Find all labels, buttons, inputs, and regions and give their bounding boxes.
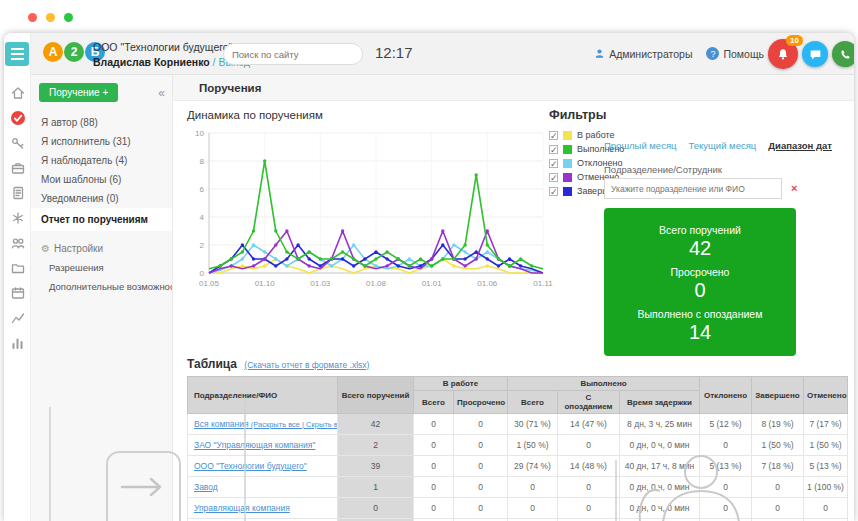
minimize-icon[interactable] [46,13,55,22]
svg-text:8: 8 [200,157,205,166]
calendar-icon[interactable] [4,280,31,305]
document-icon[interactable] [4,180,31,205]
col-done[interactable]: Выполнено [508,377,700,391]
sidebar-item[interactable]: Мои шаблоны (6) [31,170,172,189]
col-total[interactable]: Всего поручений [338,377,414,414]
legend-color-swatch [563,131,572,140]
svg-text:01.03: 01.03 [310,279,331,288]
table-cell: 0 [700,498,752,519]
table-cell: 7 (17 %) [804,414,848,435]
users-icon[interactable] [4,230,31,255]
sidebar-item[interactable]: Разрешения [31,258,172,277]
table-cell: 1 (50 %) [508,435,558,456]
col-delay-time[interactable]: Время задержки [620,391,700,414]
app-header: А2Б ООО "Технологии будущего" Владислав … [31,33,854,75]
col-rejected[interactable]: Отклонено [700,377,752,414]
key-icon[interactable] [4,130,31,155]
logo-letter: 2 [64,42,84,62]
table-row: Управляющая компания000000 дн, 0 ч, 0 ми… [188,498,848,519]
col-done-total[interactable]: Всего [508,391,558,414]
sidebar-item[interactable]: ⚙Настройки [31,239,172,258]
expand-collapse-links[interactable]: (Раскрыть все | Скрыть все) [249,420,338,429]
col-inwork-total[interactable]: Всего [414,391,454,414]
gear-icon: ⚙ [41,243,50,254]
sidebar-item[interactable]: Отчет по поручениям [31,208,172,231]
maximize-icon[interactable] [64,13,73,22]
col-department[interactable]: Подразделение/ФИО [188,377,338,414]
department-link[interactable]: Управляющая компания [194,503,290,513]
svg-text:01.06: 01.06 [477,279,498,288]
close-icon[interactable] [28,13,37,22]
download-xlsx-link[interactable]: (Скачать отчет в формате .xlsx) [244,360,369,370]
asterisk-icon[interactable] [4,205,31,230]
stat-value: 42 [610,236,790,260]
svg-text:10: 10 [195,129,204,138]
department-link[interactable]: ЗАО "Управляющая компания" [194,440,315,450]
svg-text:01.10: 01.10 [255,279,276,288]
new-assignment-button[interactable]: Поручение + [39,83,118,102]
logo-letter: А [43,42,63,62]
sidebar-item[interactable]: Я автор (88) [31,113,172,132]
folder-icon[interactable] [4,255,31,280]
table-cell: 0 [558,477,620,498]
table-cell: 0 [558,498,620,519]
legend-checkbox[interactable]: ✓ [549,131,558,140]
notifications-fab[interactable]: 10 [768,39,798,69]
legend-item[interactable]: ✓В работе [549,130,624,140]
table-cell: 5 (12 %) [700,414,752,435]
table-row: ЗАО "Управляющая компания"2001 (50 %)00 … [188,435,848,456]
period-link[interactable]: Текущий месяц [688,140,756,151]
period-link[interactable]: Диапазон дат [768,140,832,151]
table-cell: 0 [454,477,508,498]
chat-fab[interactable] [802,41,828,67]
department-link[interactable]: ООО "Технологии будущего" [194,461,307,471]
department-link[interactable]: Завод [194,482,218,492]
col-cancelled[interactable]: Отменено [804,377,848,414]
chart-title: Динамика по поручениям [187,109,567,121]
table-cell: 0 [752,477,804,498]
chart-bars-icon[interactable] [4,330,31,355]
col-inwork[interactable]: В работе [414,377,508,391]
home-icon[interactable] [4,80,31,105]
breadcrumb: Поручения [173,75,854,101]
menu-hamburger-icon[interactable] [5,42,29,66]
dynamics-chart: 024681001.0501.1001.0301.0801.0101.0601.… [187,125,555,297]
briefcase-icon[interactable] [4,155,31,180]
sidebar-item[interactable]: Я исполнитель (31) [31,132,172,151]
legend-checkbox[interactable]: ✓ [549,145,558,154]
employee-filter-input[interactable] [611,184,775,194]
sidebar-item-label: Мои шаблоны (6) [41,174,121,185]
app-window: А2Б ООО "Технологии будущего" Владислав … [4,33,854,521]
bell-icon [776,47,790,61]
site-search [223,43,363,65]
sidebar-item[interactable]: Я наблюдатель (4) [31,151,172,170]
col-overdue[interactable]: Просрочено [454,391,508,414]
svg-text:4: 4 [200,213,205,222]
table-cell: 0 [454,414,508,435]
collapse-sidebar-icon[interactable]: « [158,86,165,100]
sidebar-item-label: Я исполнитель (31) [41,136,131,147]
site-search-input[interactable] [232,49,364,60]
module-icon-strip [4,33,31,521]
legend-color-swatch [563,145,572,154]
legend-checkbox[interactable]: ✓ [549,173,558,182]
admins-link[interactable]: Администраторы [594,48,692,60]
legend-checkbox[interactable]: ✓ [549,159,558,168]
help-link[interactable]: ? Помощь [706,47,764,60]
sidebar-item[interactable]: Дополнительные возможности [31,277,172,296]
chart-line-icon[interactable] [4,305,31,330]
main-content: Поручения Динамика по поручениям 0246810… [173,75,854,521]
sidebar-item[interactable]: Уведомления (0) [31,189,172,208]
legend-label: В работе [577,130,615,140]
period-link[interactable]: Прошлый месяц [604,140,676,151]
assignments-icon[interactable] [4,105,31,130]
legend-checkbox[interactable]: ✓ [549,187,558,196]
col-finished[interactable]: Завершено [752,377,804,414]
department-link[interactable]: Вся компания [194,419,249,429]
callback-fab[interactable] [832,41,854,67]
svg-text:01.08: 01.08 [366,279,387,288]
table-row: ООО "Технологии будущего"390029 (74 %)14… [188,456,848,477]
clear-filter-icon[interactable]: × [791,182,797,194]
table-cell: 0 дн, 0 ч, 0 мин [620,435,700,456]
col-done-late[interactable]: С опозданием [558,391,620,414]
